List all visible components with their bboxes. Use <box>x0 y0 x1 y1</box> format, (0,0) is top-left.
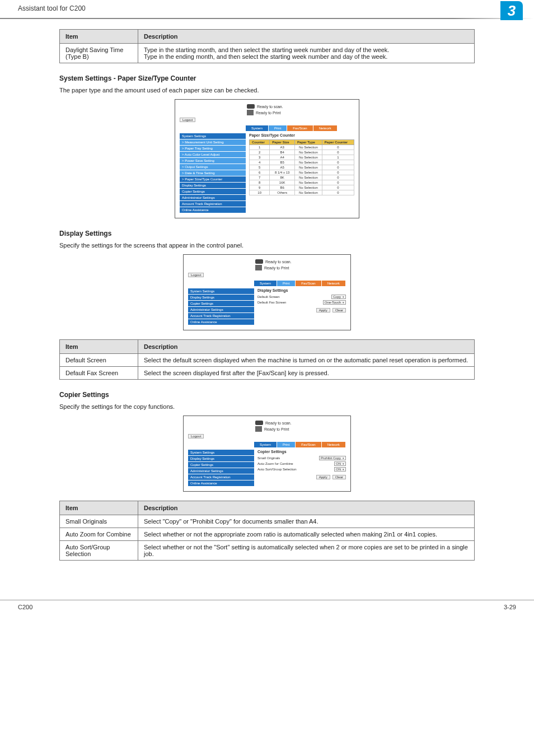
printer-icon <box>255 426 262 432</box>
small-originals-select[interactable]: Prohibit Copy <box>319 456 346 460</box>
status-print: Ready to Print <box>264 266 289 270</box>
tab-print[interactable]: Print <box>277 442 296 447</box>
cell-item: Auto Zoom for Combine <box>60 528 138 541</box>
sidebar-item[interactable]: > Output Settings <box>180 164 246 170</box>
sidebar-item[interactable]: Account Track Registration <box>188 313 254 319</box>
page-header: Assistant tool for C200 3 <box>0 0 534 18</box>
cell-item: Auto Sort/Group Selection <box>60 541 138 561</box>
table-row: Auto Zoom for Combine Select whether or … <box>60 528 475 541</box>
page-footer: C200 3-29 <box>0 600 534 619</box>
clear-button[interactable]: Clear <box>332 308 346 312</box>
cell-desc: Select whether or not the "Sort" setting… <box>138 541 475 561</box>
table-row: Daylight Saving Time (Type B) Type in th… <box>60 44 475 63</box>
table-header-item: Item <box>60 30 138 44</box>
sidebar-item[interactable]: Copier Settings <box>188 462 254 468</box>
status-scan: Ready to scan. <box>265 421 292 425</box>
field-label: Auto Zoom for Combine <box>257 462 293 465</box>
logout-button[interactable]: Logout <box>180 118 195 122</box>
tab-network[interactable]: Network <box>322 442 346 447</box>
apply-button[interactable]: Apply <box>316 308 330 312</box>
field-label: Auto Sort/Group Selection <box>257 468 297 471</box>
tab-print[interactable]: Print <box>277 281 296 286</box>
tab-faxscan[interactable]: Fax/Scan <box>296 442 321 447</box>
table-header-item: Item <box>60 340 138 354</box>
status-scan: Ready to scan. <box>257 105 283 109</box>
cell-desc: Select "Copy" or "Prohibit Copy" for doc… <box>138 515 475 528</box>
content-title: Paper Size/Type Counter <box>249 133 354 137</box>
cell-item: Daylight Saving Time (Type B) <box>60 44 138 63</box>
tab-system[interactable]: System <box>246 125 269 131</box>
logout-button[interactable]: Logout <box>188 434 204 438</box>
cell-desc: Select whether or not the appropriate zo… <box>138 528 475 541</box>
table-daylight: Item Description Daylight Saving Time (T… <box>59 29 475 63</box>
logout-button[interactable]: Logout <box>188 273 204 277</box>
sidebar-item[interactable]: Administrator Settings <box>180 195 246 200</box>
sidebar-item[interactable]: Online Assistance <box>180 207 246 213</box>
status-scan: Ready to scan. <box>265 260 292 264</box>
mini-th: Counter <box>250 140 270 145</box>
tab-network[interactable]: Network <box>313 125 338 131</box>
sidebar-item[interactable]: Account Track Registration <box>188 474 254 480</box>
status-print: Ready to Print <box>256 111 280 115</box>
sidebar-item[interactable]: System Settings <box>188 450 254 455</box>
table-display: Item Description Default Screen Select t… <box>59 339 475 380</box>
clear-button[interactable]: Clear <box>332 475 346 479</box>
sidebar-item[interactable]: Online Assistance <box>188 319 254 325</box>
mini-th: Paper Size <box>270 140 295 145</box>
scanner-icon <box>255 259 263 264</box>
table-row: Default Fax Screen Select the screen dis… <box>60 367 475 380</box>
status-print: Ready to Print <box>264 427 289 431</box>
sidebar-item[interactable]: > Paper Tray Setting <box>180 146 246 151</box>
table-row: Small Originals Select "Copy" or "Prohib… <box>60 515 475 528</box>
sidebar-item[interactable]: System Settings <box>188 288 254 294</box>
table-row: Default Screen Select the default screen… <box>60 354 475 367</box>
auto-zoom-select[interactable]: ON <box>334 461 346 466</box>
tab-network[interactable]: Network <box>322 281 346 286</box>
sidebar-item[interactable]: > Date & Time Setting <box>180 170 246 176</box>
sidebar-item[interactable]: > Paper Size/Type Counter <box>180 176 246 182</box>
footer-left: C200 <box>18 604 32 610</box>
sidebar-item[interactable]: Administrator Settings <box>188 307 254 312</box>
apply-button[interactable]: Apply <box>316 475 330 479</box>
table-header-desc: Description <box>138 340 475 354</box>
screenshot-copier-settings: Ready to scan. Ready to Print Logout Sys… <box>183 416 351 492</box>
mini-th: Paper Counter <box>322 140 354 145</box>
sidebar-item[interactable]: Display Settings <box>180 183 246 188</box>
cell-item: Default Fax Screen <box>60 367 138 380</box>
auto-sort-select[interactable]: ON <box>334 467 346 472</box>
scanner-icon <box>247 104 255 109</box>
field-label: Small Originals <box>257 456 280 460</box>
section-title-copier: Copier Settings <box>59 391 475 399</box>
sidebar-item[interactable]: Online Assistance <box>188 480 254 486</box>
cell-desc: Type in the starting month, and then sel… <box>138 44 475 63</box>
sidebar-item[interactable]: > Measurement Unit Setting <box>180 139 246 145</box>
section-desc-copier: Specify the settings for the copy functi… <box>59 403 475 410</box>
sidebar-item[interactable]: Copier Settings <box>180 189 246 194</box>
section-title-paper: System Settings - Paper Size/Type Counte… <box>59 74 475 82</box>
cell-item: Small Originals <box>60 515 138 528</box>
tab-print[interactable]: Print <box>269 125 287 131</box>
sidebar-item[interactable]: Copier Settings <box>188 301 254 306</box>
tab-system[interactable]: System <box>254 281 277 286</box>
screenshot-sidebar: System Settings Display Settings Copier … <box>188 288 254 325</box>
default-screen-select[interactable]: Copy <box>331 295 346 299</box>
table-row: Auto Sort/Group Selection Select whether… <box>60 541 475 561</box>
sidebar-item[interactable]: Administrator Settings <box>188 468 254 474</box>
field-label: Default Fax Screen <box>257 301 286 304</box>
sidebar-item[interactable]: > Auto Color Level Adjust <box>180 152 246 157</box>
sidebar-item[interactable]: Display Settings <box>188 456 254 461</box>
sidebar-item[interactable]: Account Track Registration <box>180 201 246 207</box>
section-desc-display: Specify the settings for the screens tha… <box>59 242 475 249</box>
tab-faxscan[interactable]: Fax/Scan <box>287 125 313 131</box>
footer-right: 3-29 <box>504 604 516 610</box>
tab-system[interactable]: System <box>254 442 277 447</box>
content-title: Display Settings <box>257 288 346 292</box>
sidebar-item[interactable]: System Settings <box>180 133 246 139</box>
sidebar-item[interactable]: > Power Save Setting <box>180 158 246 164</box>
sidebar-item[interactable]: Display Settings <box>188 295 254 300</box>
scanner-icon <box>255 421 263 425</box>
tab-faxscan[interactable]: Fax/Scan <box>296 281 321 286</box>
printer-icon <box>255 265 262 270</box>
default-fax-screen-select[interactable]: One-Touch <box>323 300 346 305</box>
screenshot-paper-counter: Ready to scan. Ready to Print Logout Sys… <box>175 99 359 218</box>
